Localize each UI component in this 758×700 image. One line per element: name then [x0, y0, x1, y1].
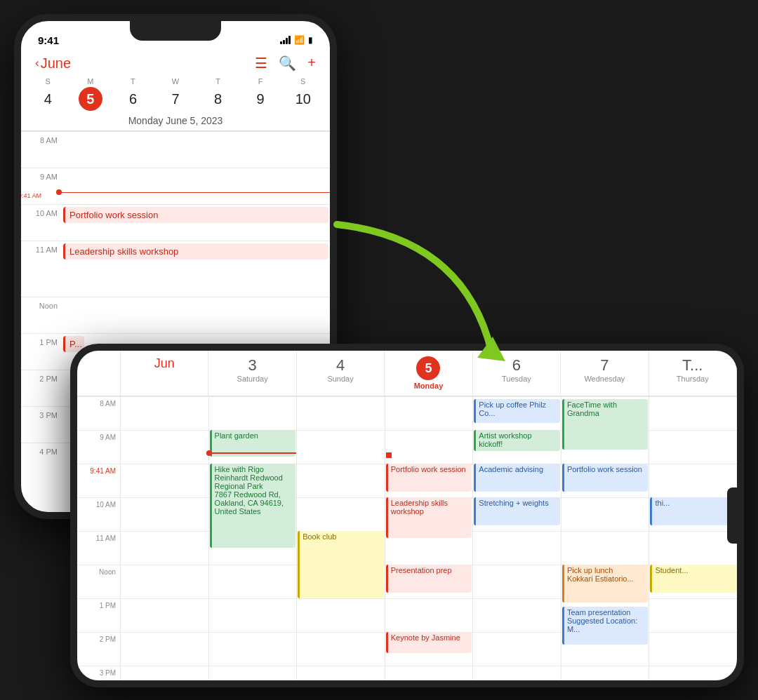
event-wed-lunch[interactable]: Pick up lunchKokkari Estiatorio...	[562, 565, 649, 603]
current-line-sat	[209, 452, 297, 454]
time-row-11am: 11 AM	[77, 531, 120, 565]
landscape-col-mon: Portfolio work session Leadership skills…	[385, 396, 474, 680]
time-row-2pm: 2 PM	[77, 632, 120, 666]
event-mon-portfolio[interactable]: Portfolio work session	[386, 464, 472, 492]
time-row-941: 9:41 AM	[77, 464, 120, 497]
notch	[130, 21, 221, 41]
day-name-jun	[124, 371, 205, 379]
portrait-calendar-header: ‹ June ☰ 🔍 +	[21, 52, 330, 77]
current-time-line	[62, 192, 330, 193]
day-col-tue[interactable]: T 6	[112, 77, 154, 112]
day-header-sun4[interactable]: 4 Sunday	[297, 351, 385, 396]
status-time: 9:41	[38, 34, 59, 46]
selected-date-label: Monday June 5, 2023	[21, 112, 330, 131]
event-mon-keynote[interactable]: Keynote by Jasmine	[386, 632, 472, 653]
event-tue-coffee[interactable]: Pick up coffee Philz Co...	[474, 399, 560, 423]
wifi-icon: 📶	[294, 35, 305, 45]
landscape-col-tue: Pick up coffee Philz Co... Artist worksh…	[473, 396, 561, 680]
day-col-mon[interactable]: M 5	[69, 77, 112, 112]
landscape-col-label	[121, 396, 209, 680]
header-icons: ☰ 🔍 +	[255, 55, 316, 72]
day-num-7: 7	[564, 356, 645, 375]
day-num-3: 3	[211, 356, 293, 375]
day-name-wed: Wednesday	[564, 375, 645, 383]
time-slot-10am: 10 AM Portfolio work session	[21, 204, 330, 241]
time-labels-col: 8 AM 9 AM 9:41 AM 10 AM 11 AM Noon 1 PM …	[77, 396, 121, 680]
time-slot-8am: 8 AM	[21, 131, 330, 168]
time-row-10am: 10 AM	[77, 497, 120, 531]
day-header-tue6[interactable]: 6 Tuesday	[473, 351, 561, 396]
battery-icon: ▮	[308, 35, 313, 45]
day-header-mon5[interactable]: 5 Monday	[385, 351, 472, 396]
day-name-thu: Thursday	[652, 375, 733, 383]
time-row-noon: Noon	[77, 565, 120, 598]
event-tue-academic[interactable]: Academic advising	[474, 464, 560, 492]
phone-landscape: Jun 3 Saturday 4 Sunday 5 Monday	[70, 344, 744, 687]
day-header-jun[interactable]: Jun	[121, 351, 208, 396]
event-leadership-workshop[interactable]: Leadership skills workshop	[63, 243, 328, 260]
current-time-dot	[56, 189, 62, 195]
event-book-club[interactable]: Book club	[298, 531, 384, 598]
day-header-wed7[interactable]: 7 Wednesday	[561, 351, 649, 396]
list-icon[interactable]: ☰	[255, 55, 267, 72]
event-thu-partial[interactable]: thi...	[650, 497, 737, 525]
event-tue-stretching[interactable]: Stretching + weights	[474, 497, 560, 525]
event-mon-leadership[interactable]: Leadership skillsworkshop	[386, 497, 472, 538]
landscape-col-sat: Plant garden Hike with RigoReinhardt Red…	[209, 396, 298, 680]
back-button[interactable]: ‹ June	[35, 55, 71, 72]
day-name-sat: Saturday	[211, 375, 293, 383]
event-mon-presentation[interactable]: Presentation prep	[386, 565, 472, 593]
landscape-scroll-area[interactable]: 8 AM 9 AM 9:41 AM 10 AM 11 AM Noon 1 PM …	[77, 396, 737, 680]
time-col-spacer	[77, 351, 121, 396]
event-portfolio-work[interactable]: Portfolio work session	[63, 207, 328, 223]
day-col-sun[interactable]: S 4	[27, 77, 69, 112]
add-icon[interactable]: +	[307, 55, 316, 72]
day-name-tue: Tuesday	[476, 375, 557, 383]
event-wed-portfolio[interactable]: Portfolio work session	[562, 464, 649, 492]
search-icon[interactable]: 🔍	[279, 55, 296, 72]
current-dot-sat	[206, 450, 212, 456]
day-col-fri[interactable]: F 9	[239, 77, 282, 112]
day-header-thu[interactable]: T... Thursday	[649, 351, 737, 396]
day-num-4: 4	[300, 356, 381, 375]
signal-icon	[280, 36, 291, 44]
event-tue-artist[interactable]: Artist workshop kickoff!	[474, 430, 560, 451]
day-num-6: 6	[476, 356, 557, 375]
day-name-sun: Sunday	[300, 375, 381, 383]
current-dot-mon	[386, 452, 392, 458]
week-row: S 4 M 5 T 6 W 7 T 8 F 9 S 10	[21, 77, 330, 112]
day-num-5: 5	[416, 356, 440, 380]
day-col-wed[interactable]: W 7	[154, 77, 197, 112]
day-num-thu: T...	[652, 356, 733, 375]
day-name-mon: Monday	[387, 382, 469, 390]
time-slot-noon: Noon	[21, 297, 330, 333]
time-row-3pm: 3 PM	[77, 666, 120, 680]
side-notch	[727, 487, 737, 544]
time-row-9am: 9 AM	[77, 430, 120, 464]
time-row-8am: 8 AM	[77, 396, 120, 430]
landscape-day-headers: Jun 3 Saturday 4 Sunday 5 Monday	[77, 351, 737, 396]
landscape-col-thu: thi... Student...	[649, 396, 737, 680]
event-wed-facetime[interactable]: FaceTime with Grandma	[562, 399, 649, 450]
time-slot-11am: 11 AM Leadership skills workshop	[21, 241, 330, 297]
status-icons: 📶 ▮	[280, 35, 313, 45]
event-wed-team[interactable]: Team presentationSuggested Location: M..…	[562, 607, 649, 645]
month-title[interactable]: June	[41, 55, 71, 72]
current-time-label: 9:41 AM	[21, 192, 41, 199]
day-col-thu[interactable]: T 8	[197, 77, 239, 112]
event-thu-student[interactable]: Student...	[650, 565, 737, 593]
landscape-calendar: Jun 3 Saturday 4 Sunday 5 Monday	[77, 351, 737, 680]
time-row-1pm: 1 PM	[77, 598, 120, 632]
event-hike-rigo[interactable]: Hike with RigoReinhardt Redwood Regional…	[210, 464, 296, 548]
day-headers-row: Jun 3 Saturday 4 Sunday 5 Monday	[121, 351, 737, 396]
landscape-day-columns: Plant garden Hike with RigoReinhardt Red…	[121, 396, 737, 680]
time-slot-9am: 9 AM 9:41 AM	[21, 168, 330, 204]
landscape-col-wed: FaceTime with Grandma Portfolio work ses…	[561, 396, 650, 680]
chevron-left-icon: ‹	[35, 56, 39, 70]
landscape-col-sun: Book club	[297, 396, 385, 680]
month-label: Jun	[124, 356, 205, 371]
day-header-sat3[interactable]: 3 Saturday	[208, 351, 296, 396]
day-col-sat[interactable]: S 10	[281, 77, 324, 112]
